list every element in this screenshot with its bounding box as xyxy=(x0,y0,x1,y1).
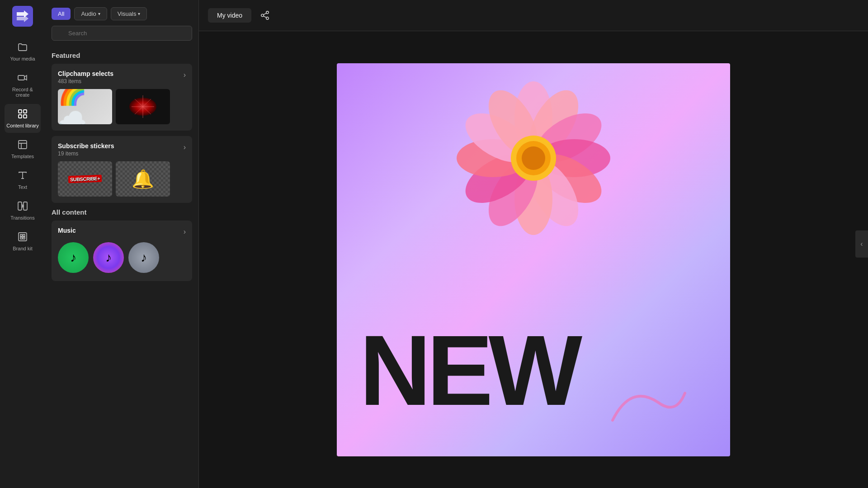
svg-rect-7 xyxy=(18,202,22,210)
svg-rect-2 xyxy=(19,110,22,113)
sidebar-item-your-media[interactable]: Your media xyxy=(5,37,41,66)
chevron-right-icon: › xyxy=(184,143,186,151)
chevron-right-icon: › xyxy=(184,228,186,236)
card-count: 19 items xyxy=(58,150,114,157)
svg-line-19 xyxy=(264,13,266,15)
music-thumb-gray[interactable]: ♪ xyxy=(128,242,159,273)
svg-point-16 xyxy=(261,14,264,17)
svg-point-34 xyxy=(522,146,545,170)
svg-line-18 xyxy=(264,16,266,18)
music-card[interactable]: Music › ♪ ♪ ♪ xyxy=(52,221,192,281)
svg-rect-9 xyxy=(19,233,27,241)
svg-point-17 xyxy=(266,17,269,19)
filter-visuals-label: Visuals xyxy=(118,10,137,17)
chevron-down-icon: ▾ xyxy=(138,11,140,16)
card-title: Clipchamp selects xyxy=(58,70,113,77)
subscribe-sticker-image: SUBSCRIBE+ xyxy=(68,175,102,183)
brand-icon xyxy=(17,231,28,244)
sidebar-item-label: Brand kit xyxy=(13,246,32,251)
music-note-icon: ♪ xyxy=(105,250,112,265)
svg-rect-4 xyxy=(19,115,22,118)
preview-text: NEW xyxy=(359,321,578,420)
layout-icon xyxy=(17,139,28,152)
card-title: Music xyxy=(58,227,76,234)
text-icon xyxy=(17,170,28,183)
all-content-section-title: All content xyxy=(52,208,192,216)
rainbow-cloud-image: 🌈☁️ xyxy=(58,89,112,124)
card-thumbnails: SUBSCRIBE+ 🔔 xyxy=(58,161,186,197)
card-count: 483 items xyxy=(58,78,113,84)
card-title: Subscribe stickers xyxy=(58,142,114,150)
sidebar-item-label: Text xyxy=(18,184,27,190)
content-panel: All Audio ▾ Visuals ▾ 🔍 Featured xyxy=(45,0,199,488)
sidebar-item-brand-kit[interactable]: Brand kit xyxy=(5,227,41,256)
bells-image: 🔔 xyxy=(132,169,154,190)
filter-visuals-button[interactable]: Visuals ▾ xyxy=(111,7,147,20)
sidebar-item-content-library[interactable]: Content library xyxy=(5,104,41,133)
panel-scroll-area[interactable]: Featured Clipchamp selects 483 items › 🌈… xyxy=(45,46,198,488)
svg-point-15 xyxy=(266,11,269,14)
grid-icon xyxy=(17,108,28,121)
card-header: Clipchamp selects 483 items › xyxy=(58,70,186,84)
filter-bar: All Audio ▾ Visuals ▾ xyxy=(45,0,198,26)
sidebar-item-label: Content library xyxy=(6,123,39,128)
main-area: My video xyxy=(199,0,868,488)
thumbnail-subscribe[interactable]: SUBSCRIBE+ xyxy=(58,161,112,197)
svg-rect-6 xyxy=(19,141,27,149)
video-title-button[interactable]: My video xyxy=(208,8,251,23)
sparkle-visual xyxy=(125,93,161,120)
music-thumb-green[interactable]: ♪ xyxy=(58,242,89,273)
sidebar-item-label: Templates xyxy=(11,154,34,159)
video-header: My video xyxy=(199,0,868,31)
folder-icon xyxy=(17,42,28,54)
sidebar-item-label: Record &create xyxy=(12,87,33,98)
swirl-decoration xyxy=(604,375,694,429)
clipchamp-selects-card[interactable]: Clipchamp selects 483 items › 🌈☁️ xyxy=(52,64,192,131)
sidebar-item-label: Your media xyxy=(10,56,35,61)
search-input[interactable] xyxy=(52,26,192,41)
filter-audio-button[interactable]: Audio ▾ xyxy=(74,7,107,20)
featured-section-title: Featured xyxy=(52,52,192,59)
filter-audio-label: Audio xyxy=(81,10,96,17)
svg-rect-1 xyxy=(18,75,24,80)
transitions-icon xyxy=(17,201,28,213)
sidebar-item-transitions[interactable]: Transitions xyxy=(5,196,41,225)
svg-rect-5 xyxy=(24,115,27,118)
svg-rect-0 xyxy=(12,6,33,27)
video-preview: NEW xyxy=(337,63,730,456)
share-icon xyxy=(260,10,270,20)
chevron-right-icon: › xyxy=(184,71,186,79)
flower-visual xyxy=(448,72,619,244)
card-header: Subscribe stickers 19 items › xyxy=(58,142,186,157)
svg-rect-3 xyxy=(24,110,27,113)
music-note-icon: ♪ xyxy=(70,250,76,265)
video-canvas[interactable]: NEW xyxy=(199,31,868,488)
sidebar: Your media Record &create xyxy=(0,0,45,488)
thumbnail-rainbow-clouds[interactable]: 🌈☁️ xyxy=(58,89,112,124)
filter-all-button[interactable]: All xyxy=(52,8,71,20)
chevron-down-icon: ▾ xyxy=(98,11,100,16)
thumbnail-bells[interactable]: 🔔 xyxy=(116,161,170,197)
share-icon-button[interactable] xyxy=(257,7,273,23)
thumbnail-dark-sparkle[interactable] xyxy=(116,89,170,124)
search-wrapper: 🔍 xyxy=(45,26,198,46)
music-thumb-purple[interactable]: ♪ xyxy=(93,242,124,273)
app-logo[interactable] xyxy=(11,5,34,28)
sidebar-item-templates[interactable]: Templates xyxy=(5,135,41,164)
card-header: Music › xyxy=(58,227,186,236)
sidebar-item-text[interactable]: Text xyxy=(5,165,41,194)
card-thumbnails: 🌈☁️ xyxy=(58,89,186,124)
sidebar-item-label: Transitions xyxy=(10,215,34,221)
sidebar-item-record-create[interactable]: Record &create xyxy=(5,68,41,102)
video-camera-icon xyxy=(17,72,28,85)
subscribe-stickers-card[interactable]: Subscribe stickers 19 items › SUBSCRIBE+… xyxy=(52,136,192,203)
music-thumbnails: ♪ ♪ ♪ xyxy=(58,240,186,275)
music-note-icon: ♪ xyxy=(141,250,147,265)
